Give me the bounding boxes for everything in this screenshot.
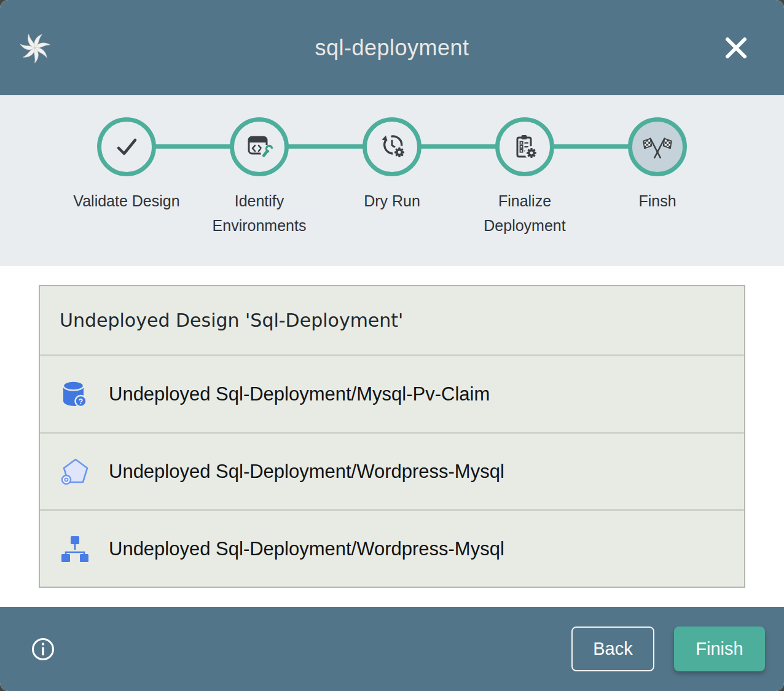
deployment-status-panel: Undeployed Design 'Sql-Deployment' ? Und… xyxy=(39,285,745,588)
step-circle-finish xyxy=(628,117,687,176)
dialog-header: sql-deployment xyxy=(0,0,784,95)
close-button[interactable] xyxy=(723,34,750,61)
step-label: Finsh xyxy=(638,189,676,213)
status-row-text: Undeployed Sql-Deployment/Wordpress-Mysq… xyxy=(109,538,504,560)
pentagon-icon xyxy=(60,456,90,487)
step-label: Validate Design xyxy=(73,189,179,213)
deployment-wizard-dialog: sql-deployment Validate Design xyxy=(0,0,784,691)
step-identify-environments: Identify Environments xyxy=(193,117,326,238)
step-label: Identify Environments xyxy=(198,189,321,238)
info-icon xyxy=(31,637,55,662)
step-circle-identify xyxy=(230,117,289,176)
meshery-logo-icon xyxy=(18,31,52,65)
step-label: Finalize Deployment xyxy=(463,189,586,238)
step-dry-run: Dry Run xyxy=(326,117,458,238)
hierarchy-icon xyxy=(60,534,90,564)
finish-button[interactable]: Finish xyxy=(674,627,765,671)
status-row-text: Undeployed Sql-Deployment/Wordpress-Mysq… xyxy=(109,461,504,483)
design-status-row: Undeployed Design 'Sql-Deployment' xyxy=(40,286,744,354)
step-validate-design: Validate Design xyxy=(60,117,193,238)
step-circle-finalize xyxy=(495,117,554,176)
step-circle-dry-run xyxy=(363,117,421,176)
code-window-wrench-icon xyxy=(244,132,275,162)
clipboard-gear-icon xyxy=(510,132,539,162)
status-row-wordpress-mysql-1: Undeployed Sql-Deployment/Wordpress-Mysq… xyxy=(40,434,744,509)
step-finish: Finsh xyxy=(591,117,724,238)
dialog-footer: Back Finish xyxy=(0,607,784,691)
design-status-text: Undeployed Design 'Sql-Deployment' xyxy=(60,310,403,331)
dialog-content: Undeployed Design 'Sql-Deployment' ? Und… xyxy=(0,266,784,607)
status-row-mysql-pv-claim: ? Undeployed Sql-Deployment/Mysql-Pv-Cla… xyxy=(40,356,744,432)
step-label: Dry Run xyxy=(364,189,420,213)
database-icon: ? xyxy=(60,379,90,410)
svg-text:?: ? xyxy=(79,397,83,406)
info-button[interactable] xyxy=(31,637,55,662)
step-finalize-deployment: Finalize Deployment xyxy=(458,117,591,238)
history-gear-icon xyxy=(377,132,407,162)
back-button[interactable]: Back xyxy=(571,627,654,671)
checkered-flags-icon xyxy=(642,131,673,162)
dialog-title: sql-deployment xyxy=(0,35,784,61)
step-circle-validate xyxy=(97,117,156,176)
status-row-wordpress-mysql-2: Undeployed Sql-Deployment/Wordpress-Mysq… xyxy=(40,511,744,587)
check-icon xyxy=(112,132,141,162)
status-row-text: Undeployed Sql-Deployment/Mysql-Pv-Claim xyxy=(109,383,490,405)
wizard-stepper: Validate Design xyxy=(0,95,784,266)
close-icon xyxy=(723,34,750,61)
